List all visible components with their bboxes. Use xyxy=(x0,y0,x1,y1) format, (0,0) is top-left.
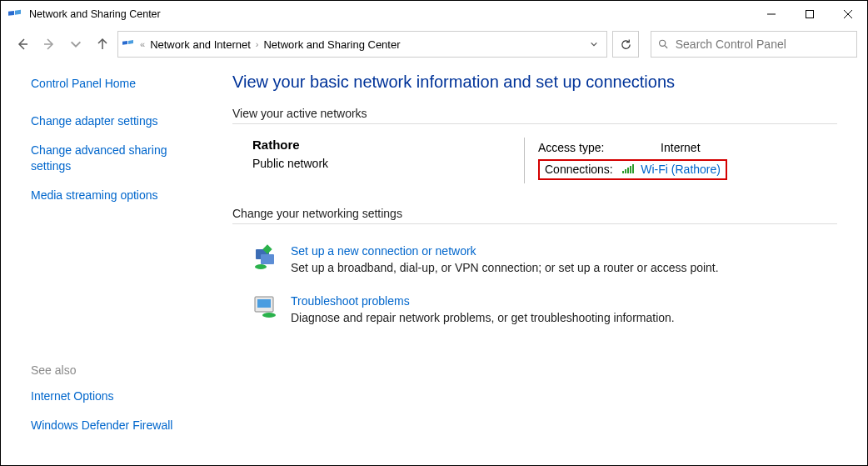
svg-rect-19 xyxy=(261,254,274,264)
titlebar: Network and Sharing Center xyxy=(1,1,867,28)
search-icon xyxy=(658,38,669,50)
app-icon xyxy=(7,7,22,22)
main-panel: View your basic network information and … xyxy=(216,61,867,465)
recent-dropdown[interactable] xyxy=(64,33,87,56)
sidebar-link-adapter[interactable]: Change adapter settings xyxy=(31,113,204,129)
connection-highlight: Connections: Wi-Fi (Rathore) xyxy=(538,159,727,180)
breadcrumb-item-sharing-center[interactable]: Network and Sharing Center xyxy=(263,38,400,51)
active-networks-label: View your active networks xyxy=(232,107,837,120)
nav-toolbar: « Network and Internet › Network and Sha… xyxy=(1,28,867,61)
divider xyxy=(232,123,837,124)
sidebar-link-internet-options[interactable]: Internet Options xyxy=(31,388,204,404)
sidebar: Control Panel Home Change adapter settin… xyxy=(1,61,216,465)
svg-rect-17 xyxy=(632,164,634,173)
setup-connection-link[interactable]: Set up a new connection or network xyxy=(291,244,719,258)
svg-rect-10 xyxy=(128,40,133,44)
addressbar[interactable]: « Network and Internet › Network and Sha… xyxy=(117,31,607,58)
svg-rect-0 xyxy=(8,11,14,16)
svg-rect-13 xyxy=(622,171,624,173)
sidebar-link-home[interactable]: Control Panel Home xyxy=(31,76,204,92)
setting-troubleshoot: Troubleshoot problems Diagnose and repai… xyxy=(232,288,837,338)
network-type: Public network xyxy=(252,157,524,170)
close-button[interactable] xyxy=(829,1,867,28)
forward-button[interactable] xyxy=(37,33,61,56)
svg-line-12 xyxy=(665,46,667,48)
setting-setup-connection: Set up a new connection or network Set u… xyxy=(232,238,837,288)
svg-rect-1 xyxy=(15,10,21,15)
divider xyxy=(232,223,837,224)
sidebar-link-media[interactable]: Media streaming options xyxy=(31,188,204,203)
svg-rect-14 xyxy=(625,169,626,173)
access-type-value: Internet xyxy=(641,139,732,156)
setup-connection-icon xyxy=(252,244,279,271)
svg-rect-15 xyxy=(627,168,629,173)
page-heading: View your basic network information and … xyxy=(232,73,837,92)
troubleshoot-desc: Diagnose and repair network problems, or… xyxy=(291,311,675,324)
wifi-signal-icon xyxy=(622,163,634,177)
sidebar-link-advanced[interactable]: Change advanced sharing settings xyxy=(31,143,204,174)
up-button[interactable] xyxy=(91,33,114,56)
troubleshoot-icon xyxy=(252,294,279,321)
change-settings-label: Change your networking settings xyxy=(232,207,837,220)
svg-rect-9 xyxy=(122,41,127,45)
address-dropdown[interactable] xyxy=(585,33,603,56)
back-button[interactable] xyxy=(11,33,34,56)
active-network-row: Rathore Public network Access type: Inte… xyxy=(232,138,837,183)
svg-rect-3 xyxy=(806,11,814,18)
sidebar-link-firewall[interactable]: Windows Defender Firewall xyxy=(31,418,204,433)
search-box[interactable] xyxy=(651,31,857,58)
svg-rect-16 xyxy=(630,166,631,173)
svg-point-21 xyxy=(255,264,267,269)
maximize-button[interactable] xyxy=(791,1,829,28)
breadcrumb-prefix: « xyxy=(140,39,145,49)
chevron-right-icon: › xyxy=(256,39,259,49)
see-also-label: See also xyxy=(31,363,204,377)
connection-link[interactable]: Wi-Fi (Rathore) xyxy=(641,163,721,176)
svg-rect-23 xyxy=(257,299,271,308)
search-input[interactable] xyxy=(676,38,850,51)
access-type-label: Access type: xyxy=(538,139,639,156)
network-name: Rathore xyxy=(252,138,524,152)
breadcrumb-item-network-internet[interactable]: Network and Internet xyxy=(150,38,251,51)
window-title: Network and Sharing Center xyxy=(29,8,161,20)
connections-label: Connections: xyxy=(545,163,613,176)
svg-point-24 xyxy=(262,313,276,318)
minimize-button[interactable] xyxy=(752,1,791,28)
setup-connection-desc: Set up a broadband, dial-up, or VPN conn… xyxy=(291,261,719,274)
location-icon xyxy=(122,38,135,51)
troubleshoot-link[interactable]: Troubleshoot problems xyxy=(291,294,675,308)
refresh-button[interactable] xyxy=(612,31,639,58)
svg-point-11 xyxy=(660,40,666,46)
